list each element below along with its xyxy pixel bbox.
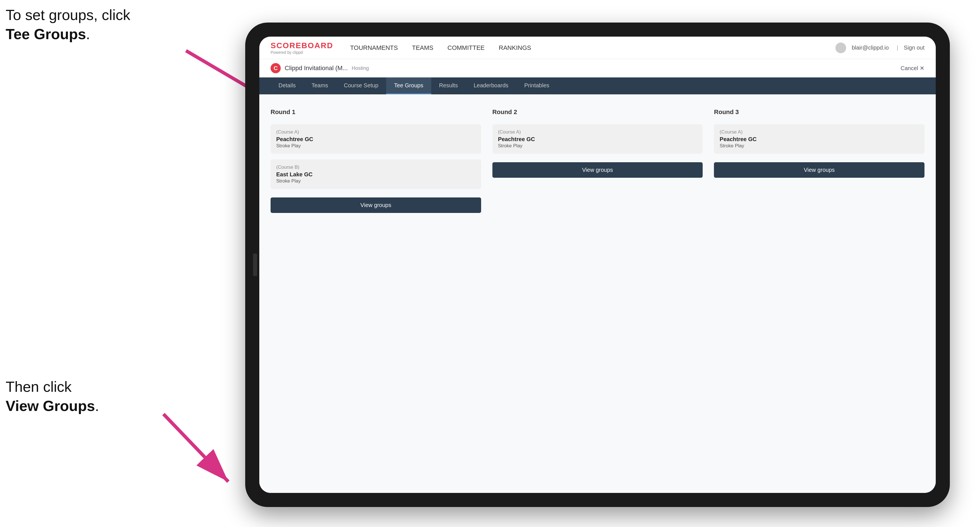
tournament-title-area: C Clippd Invitational (M... Hosting	[270, 63, 369, 73]
sign-out-link[interactable]: Sign out	[904, 44, 924, 51]
round-3-course-a-name: Peachtree GC	[719, 136, 919, 143]
user-avatar	[835, 43, 846, 53]
tab-course-setup[interactable]: Course Setup	[336, 78, 386, 94]
top-navigation: SCOREBOARD Powered by clippd TOURNAMENTS…	[259, 37, 936, 59]
svg-line-3	[164, 414, 228, 482]
hosting-badge: Hosting	[352, 65, 369, 71]
tournament-name: Clippd Invitational (M...	[285, 65, 348, 72]
cancel-button[interactable]: Cancel ✕	[900, 65, 924, 71]
round-1-column: Round 1 (Course A) Peachtree GC Stroke P…	[270, 108, 481, 213]
round-3-title: Round 3	[714, 108, 924, 116]
tablet-screen: SCOREBOARD Powered by clippd TOURNAMENTS…	[259, 37, 936, 493]
user-email: blair@clippd.io	[852, 44, 889, 51]
nav-committee[interactable]: COMMITTEE	[447, 44, 485, 52]
nav-left: SCOREBOARD Powered by clippd TOURNAMENTS…	[270, 41, 531, 55]
tab-results[interactable]: Results	[431, 78, 466, 94]
nav-tournaments[interactable]: TOURNAMENTS	[350, 44, 398, 52]
nav-links: TOURNAMENTS TEAMS COMMITTEE RANKINGS	[350, 44, 531, 52]
nav-rankings[interactable]: RANKINGS	[499, 44, 531, 52]
round-1-course-a-label: (Course A)	[276, 129, 476, 135]
logo-text: SCOREBOARD	[270, 41, 333, 50]
round-2-title: Round 2	[492, 108, 703, 116]
round-1-title: Round 1	[270, 108, 481, 116]
rounds-grid: Round 1 (Course A) Peachtree GC Stroke P…	[270, 108, 924, 213]
nav-right: blair@clippd.io | Sign out	[835, 43, 924, 53]
round-2-course-a-name: Peachtree GC	[498, 136, 697, 143]
round-2-course-a-card: (Course A) Peachtree GC Stroke Play	[492, 124, 703, 154]
round-3-view-groups-button[interactable]: View groups	[714, 162, 924, 178]
tab-tee-groups[interactable]: Tee Groups	[386, 78, 431, 94]
round-1-course-a-format: Stroke Play	[276, 143, 476, 149]
round-2-column: Round 2 (Course A) Peachtree GC Stroke P…	[492, 108, 703, 213]
round-2-course-a-format: Stroke Play	[498, 143, 697, 149]
tab-printables[interactable]: Printables	[516, 78, 557, 94]
tournament-icon: C	[270, 63, 281, 73]
logo-subtext: Powered by clippd	[270, 50, 303, 55]
round-1-course-a-card: (Course A) Peachtree GC Stroke Play	[270, 124, 481, 154]
tablet-device: SCOREBOARD Powered by clippd TOURNAMENTS…	[245, 22, 950, 507]
annotation-tee-groups: Tee Groups	[6, 26, 86, 42]
tab-bar: Details Teams Course Setup Tee Groups Re…	[259, 78, 936, 94]
round-3-column: Round 3 (Course A) Peachtree GC Stroke P…	[714, 108, 924, 213]
main-content: Round 1 (Course A) Peachtree GC Stroke P…	[259, 94, 936, 493]
round-2-course-a-label: (Course A)	[498, 129, 697, 135]
nav-teams[interactable]: TEAMS	[412, 44, 433, 52]
annotation-view-groups: View Groups	[6, 398, 95, 414]
logo-area: SCOREBOARD Powered by clippd	[270, 41, 333, 55]
round-1-view-groups-button[interactable]: View groups	[270, 197, 481, 213]
round-1-course-a-name: Peachtree GC	[276, 136, 476, 143]
tab-teams[interactable]: Teams	[304, 78, 336, 94]
round-3-course-a-card: (Course A) Peachtree GC Stroke Play	[714, 124, 924, 154]
round-3-course-a-label: (Course A)	[719, 129, 919, 135]
tab-leaderboards[interactable]: Leaderboards	[466, 78, 516, 94]
round-1-course-b-name: East Lake GC	[276, 171, 476, 178]
tab-details[interactable]: Details	[270, 78, 304, 94]
annotation-top: To set groups, click Tee Groups.	[6, 6, 130, 44]
arrow-to-view-groups	[79, 403, 248, 493]
annotation-line1: To set groups, click	[6, 7, 130, 23]
round-1-course-b-format: Stroke Play	[276, 178, 476, 184]
annotation-line3: Then click	[6, 379, 72, 395]
annotation-bottom: Then click View Groups.	[6, 378, 99, 416]
round-2-view-groups-button[interactable]: View groups	[492, 162, 703, 178]
round-3-course-a-format: Stroke Play	[719, 143, 919, 149]
round-1-course-b-label: (Course B)	[276, 165, 476, 170]
round-1-course-b-card: (Course B) East Lake GC Stroke Play	[270, 159, 481, 189]
tablet-side-button	[253, 254, 257, 276]
tournament-header: C Clippd Invitational (M... Hosting Canc…	[259, 59, 936, 78]
